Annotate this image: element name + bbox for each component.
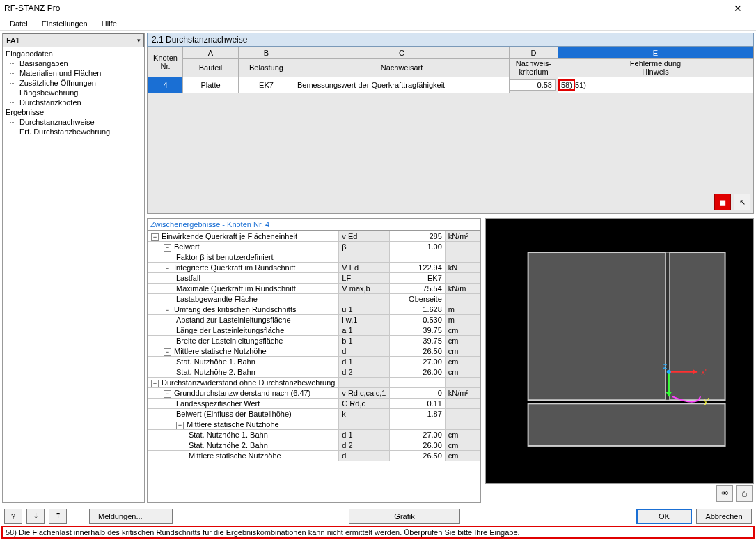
cancel-button[interactable]: Abbrechen — [696, 509, 752, 524]
menu-file[interactable]: Datei — [3, 20, 35, 28]
import-button[interactable]: ⤒ — [49, 509, 67, 524]
detail-row[interactable]: −Grunddurchstanzwiderstand nach (6.47)v … — [148, 388, 480, 399]
col-letter[interactable]: B — [239, 47, 294, 59]
detail-value — [389, 252, 445, 263]
tree-toggle-icon[interactable]: − — [164, 244, 171, 252]
detail-symbol: V max,b — [339, 284, 389, 294]
detail-row[interactable]: −Einwirkende Querkraft je Flächeneinheit… — [148, 231, 480, 242]
detail-row[interactable]: Faktor β ist benutzerdefiniert — [148, 252, 480, 263]
detail-symbol — [339, 252, 389, 263]
help-button[interactable]: ? — [4, 509, 22, 524]
detail-value: 1.87 — [389, 409, 445, 419]
detail-row[interactable]: Mittlere statische Nutzhöhed26.50cm — [148, 451, 480, 461]
menu-help[interactable]: Hilfe — [95, 20, 124, 28]
tree-item[interactable]: Basisangaben — [3, 59, 144, 68]
detail-row[interactable]: −Durchstanzwiderstand ohne Durchstanzbew… — [148, 378, 480, 388]
detail-value: 0 — [389, 388, 445, 399]
detail-row[interactable]: −Umfang des kritischen Rundschnittsu 11.… — [148, 304, 480, 315]
col-letter[interactable]: D — [510, 47, 558, 59]
detail-label: Beiwert (Einfluss der Bauteilhöhe) — [148, 409, 339, 419]
tree-toggle-icon[interactable]: − — [151, 380, 159, 387]
detail-row[interactable]: −Mittlere statische Nutzhöhe — [148, 419, 480, 430]
pick-button[interactable]: ↖ — [734, 194, 750, 210]
tree-toggle-icon[interactable]: − — [164, 348, 171, 356]
export-button[interactable]: ⤓ — [26, 509, 45, 524]
detail-row[interactable]: −Integrierte Querkraft im RundschnittV E… — [148, 263, 480, 273]
detail-row[interactable]: Stat. Nutzhöhe 2. Bahnd 226.00cm — [148, 367, 480, 378]
detail-unit: cm — [445, 346, 480, 357]
svg-point-7 — [667, 370, 671, 374]
detail-grid[interactable]: −Einwirkende Querkraft je Flächeneinheit… — [148, 231, 480, 461]
col-letter[interactable]: E — [558, 47, 753, 59]
svg-rect-1 — [528, 403, 725, 446]
detail-symbol: v Rd,c,calc,1 — [339, 388, 389, 399]
menubar: Datei Einstellungen Hilfe — [0, 17, 756, 31]
detail-row[interactable]: Stat. Nutzhöhe 2. Bahnd 226.00cm — [148, 440, 480, 451]
menu-settings[interactable]: Einstellungen — [35, 20, 95, 28]
detail-value: 26.50 — [389, 346, 445, 357]
detail-row[interactable]: Länge der Lasteinleitungsflächea 139.75c… — [148, 325, 480, 336]
tree-toggle-icon[interactable]: − — [164, 390, 171, 398]
tree-toggle-icon[interactable]: − — [164, 265, 171, 272]
results-grid[interactable]: KnotenNr. A B C D E Bauteil Belastung Na… — [148, 47, 753, 93]
ok-button[interactable]: OK — [636, 509, 692, 524]
detail-label: Stat. Nutzhöhe 1. Bahn — [148, 430, 339, 440]
graphics-viewport[interactable]: x' z y' — [485, 218, 754, 484]
detail-label: Breite der Lasteinleitungsfläche — [148, 336, 339, 346]
detail-value: 27.00 — [389, 430, 445, 440]
tree-item[interactable]: Erf. Durchstanzbewehrung — [3, 127, 144, 137]
col-letter[interactable]: A — [183, 47, 239, 59]
tree-item[interactable]: Zusätzliche Öffnungen — [3, 78, 144, 88]
tree-item[interactable]: Längsbewehrung — [3, 88, 144, 98]
detail-symbol: u 1 — [339, 304, 389, 315]
detail-row[interactable]: Lastabgewandte FlächeOberseite — [148, 294, 480, 304]
col-header-knoten: KnotenNr. — [148, 47, 183, 77]
detail-row[interactable]: −Mittlere statische Nutzhöhed26.50cm — [148, 346, 480, 357]
detail-unit: cm — [445, 430, 480, 440]
detail-symbol: d 2 — [339, 367, 389, 378]
col-letter[interactable]: C — [294, 47, 510, 59]
detail-symbol — [339, 419, 389, 430]
detail-symbol: d 2 — [339, 440, 389, 451]
tree-item[interactable]: Durchstanznachweise — [3, 117, 144, 127]
detail-row[interactable]: −Beiwertβ1.00 — [148, 242, 480, 252]
tree-header-input[interactable]: Eingabedaten — [3, 49, 144, 59]
detail-value: 285 — [389, 231, 445, 242]
detail-unit — [445, 399, 480, 409]
close-icon[interactable]: ✕ — [724, 3, 752, 14]
print-gfx-button[interactable]: ⎙ — [736, 485, 753, 502]
detail-unit: kN/m — [445, 284, 480, 294]
detail-unit — [445, 419, 480, 430]
detail-scroll[interactable]: −Einwirkende Querkraft je Flächeneinheit… — [148, 231, 480, 502]
fa-select[interactable]: FA1 ▾ — [3, 33, 144, 47]
detail-row[interactable]: Abstand zur Lasteinleitungsflächel w,10.… — [148, 315, 480, 325]
tree-toggle-icon[interactable]: − — [151, 233, 159, 241]
detail-symbol: k — [339, 409, 389, 419]
error-filter-button[interactable]: ◼ — [714, 194, 731, 210]
tree-item[interactable]: Durchstanzknoten — [3, 98, 144, 107]
detail-row[interactable]: Stat. Nutzhöhe 1. Bahnd 127.00cm — [148, 430, 480, 440]
detail-row[interactable]: Breite der Lasteinleitungsflächeb 139.75… — [148, 336, 480, 346]
detail-row[interactable]: Landesspezifischer WertC Rd,c0.11 — [148, 399, 480, 409]
detail-label: Lastabgewandte Fläche — [148, 294, 339, 304]
window-title: RF-STANZ Pro — [4, 3, 724, 13]
view-button[interactable]: 👁 — [716, 485, 733, 502]
titlebar: RF-STANZ Pro ✕ — [0, 0, 756, 17]
detail-row[interactable]: Stat. Nutzhöhe 1. Bahnd 127.00cm — [148, 357, 480, 367]
tree-header-results[interactable]: Ergebnisse — [3, 107, 144, 117]
meldungen-button[interactable]: Meldungen... — [89, 509, 173, 524]
detail-unit — [445, 409, 480, 419]
table-row[interactable]: 4 Platte EK7 Bemessungswert der Querkraf… — [148, 77, 753, 93]
tree-item[interactable]: Materialien und Flächen — [3, 68, 144, 78]
tree-toggle-icon[interactable]: − — [176, 422, 184, 429]
export-icon: ⤓ — [33, 511, 39, 520]
detail-row[interactable]: Beiwert (Einfluss der Bauteilhöhe)k1.87 — [148, 409, 480, 419]
detail-symbol: d 1 — [339, 357, 389, 367]
detail-row[interactable]: Maximale Querkraft im RundschnittV max,b… — [148, 284, 480, 294]
detail-label: Lastfall — [148, 273, 339, 284]
grafik-button[interactable]: Grafik — [349, 509, 460, 524]
detail-row[interactable]: LastfallLFEK7 — [148, 273, 480, 284]
detail-symbol: v Ed — [339, 231, 389, 242]
detail-symbol: d — [339, 346, 389, 357]
tree-toggle-icon[interactable]: − — [164, 307, 171, 314]
